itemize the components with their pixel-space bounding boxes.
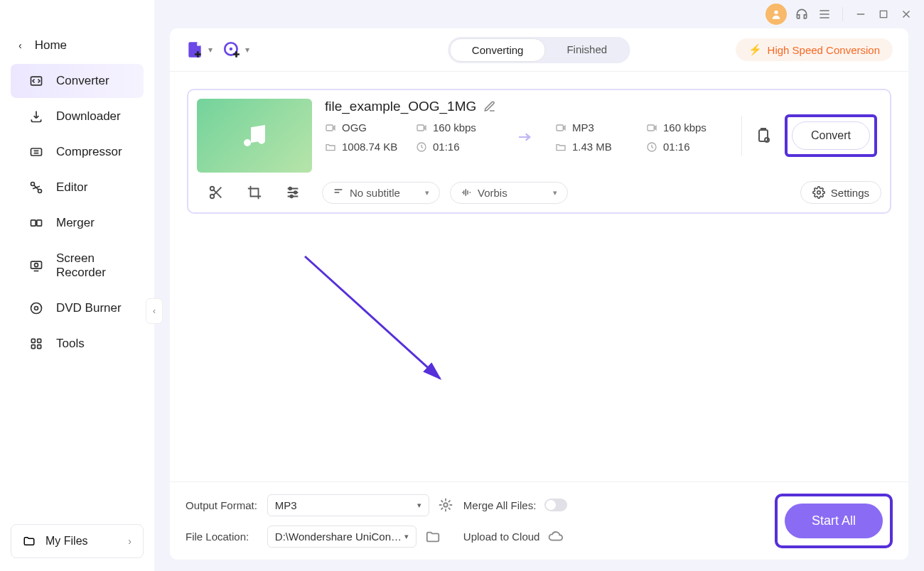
file-location-select[interactable]: D:\Wondershare UniConverter 1 ▾: [267, 526, 417, 548]
maximize-icon: [878, 9, 889, 20]
svg-rect-1: [31, 148, 42, 156]
svg-point-3: [38, 190, 42, 193]
svg-point-14: [774, 11, 778, 14]
user-icon: [770, 9, 782, 20]
edit-icon[interactable]: [483, 100, 496, 113]
user-avatar[interactable]: [765, 4, 787, 25]
svg-rect-10: [31, 339, 35, 342]
crop-icon[interactable]: [247, 185, 262, 200]
svg-rect-13: [38, 345, 41, 349]
convert-button[interactable]: Convert: [792, 121, 870, 150]
home-button[interactable]: ‹ Home: [0, 28, 154, 62]
merger-icon: [29, 216, 43, 230]
file-name: file_example_OOG_1MG: [325, 99, 476, 114]
output-format-label: Output Format:: [186, 499, 257, 511]
converter-icon: [29, 74, 43, 88]
sidebar-item-converter[interactable]: Converter: [11, 64, 144, 98]
folder-icon: [23, 535, 36, 548]
chevron-down-icon: ▾: [553, 188, 557, 197]
svg-rect-18: [326, 125, 333, 131]
sidebar-item-screen-recorder[interactable]: Screen Recorder: [11, 241, 144, 290]
start-all-button[interactable]: Start All: [785, 504, 883, 538]
sidebar-item-dvd-burner[interactable]: DVD Burner: [11, 291, 144, 325]
dvd-burner-icon: [29, 301, 43, 315]
my-files-button[interactable]: My Files ›: [11, 524, 144, 558]
svg-point-8: [31, 303, 42, 314]
add-file-icon: [186, 40, 204, 59]
sidebar-item-downloader[interactable]: Downloader: [11, 99, 144, 134]
sidebar-item-compressor[interactable]: Compressor: [11, 135, 144, 169]
open-folder-icon[interactable]: [425, 529, 441, 545]
tools-icon: [29, 337, 43, 351]
gear-icon: [812, 186, 825, 199]
merge-toggle[interactable]: [544, 499, 567, 511]
maximize-button[interactable]: [876, 6, 891, 22]
footer-bar: Output Format: MP3 ▾ Merge All Files: St…: [170, 482, 908, 560]
svg-rect-4: [31, 220, 36, 226]
minimize-button[interactable]: [853, 6, 869, 22]
support-button[interactable]: [794, 6, 810, 22]
svg-rect-11: [38, 339, 41, 342]
separator: [741, 116, 742, 156]
folder-icon: [325, 141, 336, 153]
high-speed-conversion-button[interactable]: ⚡ High Speed Conversion: [736, 38, 893, 61]
clock-icon: [646, 141, 657, 153]
add-disc-button[interactable]: ▾: [222, 40, 249, 59]
menu-button[interactable]: [817, 6, 832, 22]
home-label: Home: [35, 38, 67, 53]
chevron-left-icon: ‹: [18, 40, 22, 51]
sidebar-item-tools[interactable]: Tools: [11, 327, 144, 361]
file-list: file_example_OOG_1MG OGG 160 kbps 1008: [170, 72, 908, 482]
svg-rect-15: [880, 11, 886, 17]
format-settings-icon[interactable]: [438, 497, 453, 513]
add-disc-icon: [222, 40, 241, 59]
headset-icon: [795, 7, 809, 21]
separator: [842, 7, 843, 21]
svg-point-29: [294, 191, 297, 194]
close-button[interactable]: [898, 6, 914, 22]
effects-icon[interactable]: [285, 185, 301, 200]
cloud-icon[interactable]: [548, 529, 564, 545]
file-thumbnail: [197, 99, 312, 173]
video-icon: [555, 122, 566, 134]
chevron-down-icon: ▾: [425, 188, 429, 197]
start-all-highlight: Start All: [775, 494, 893, 548]
sidebar-item-editor[interactable]: Editor: [11, 170, 144, 205]
subtitle-icon: [333, 187, 344, 198]
compressor-icon: [29, 145, 43, 159]
svg-point-27: [210, 195, 215, 199]
output-format-select[interactable]: MP3 ▾: [267, 494, 429, 516]
subtitle-select[interactable]: No subtitle ▾: [322, 182, 440, 204]
tabs: Converting Finished: [448, 37, 630, 63]
settings-button[interactable]: Settings: [800, 181, 881, 204]
music-note-icon: [240, 121, 269, 150]
chevron-down-icon: ▾: [245, 45, 249, 55]
main-area: ▾ ▾ Converting Finished ⚡ High Speed Con…: [154, 0, 924, 571]
tab-converting[interactable]: Converting: [450, 38, 546, 62]
annotation-arrow: [262, 249, 461, 391]
clipboard-settings-icon[interactable]: [755, 127, 772, 144]
svg-point-2: [31, 183, 35, 186]
tab-finished[interactable]: Finished: [545, 38, 628, 62]
file-card: file_example_OOG_1MG OGG 160 kbps 1008: [187, 89, 891, 214]
encoder-select[interactable]: Vorbis ▾: [450, 182, 568, 204]
svg-point-31: [817, 191, 821, 195]
clock-icon: [416, 141, 427, 153]
chevron-down-icon: ▾: [208, 45, 213, 55]
upload-label: Upload to Cloud: [463, 531, 540, 543]
svg-rect-21: [557, 125, 563, 131]
cut-icon[interactable]: [208, 185, 224, 200]
file-actions: Convert: [737, 99, 881, 173]
svg-line-32: [305, 256, 440, 379]
svg-rect-12: [31, 345, 35, 349]
close-icon: [900, 8, 913, 21]
svg-point-28: [289, 187, 291, 190]
add-file-button[interactable]: ▾: [186, 40, 213, 59]
sidebar-item-merger[interactable]: Merger: [11, 206, 144, 240]
bolt-icon: ⚡: [748, 43, 762, 56]
chevron-right-icon: ›: [128, 535, 131, 547]
sidebar: ‹ Home Converter Downloader Compressor E…: [0, 0, 154, 571]
svg-point-33: [444, 504, 448, 508]
svg-point-30: [290, 195, 293, 198]
file-location-label: File Location:: [186, 531, 257, 543]
